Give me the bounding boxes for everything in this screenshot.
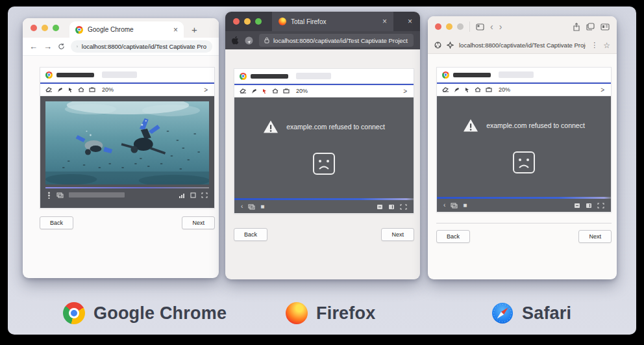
briefcase-icon[interactable]: [486, 87, 492, 92]
traffic-lights[interactable]: [233, 18, 262, 25]
next-button[interactable]: Next: [578, 230, 612, 243]
eraser-tool-icon[interactable]: [45, 87, 53, 92]
copy-tabs-icon[interactable]: [586, 23, 595, 31]
url-text[interactable]: localhost:8800/captivate/id/Test Captiva…: [459, 42, 586, 49]
stop-icon[interactable]: ■: [260, 203, 264, 210]
close-icon[interactable]: ×: [408, 17, 412, 26]
chrome-brand-label: Google Chrome: [93, 303, 227, 324]
stop-icon[interactable]: ■: [463, 202, 467, 209]
fullscreen-icon[interactable]: [201, 192, 208, 198]
close-window-button[interactable]: [233, 18, 240, 25]
warning-icon: [263, 120, 279, 134]
error-message: example.com refused to connect: [286, 123, 385, 131]
home-icon[interactable]: [78, 87, 84, 92]
error-stage: example.com refused to connect ‹ ■: [437, 96, 611, 212]
captivate-toolbar: 20% >: [234, 84, 414, 97]
captivate-player-card: 20% > example.com refused to connect: [436, 67, 612, 212]
bookmark-star-icon[interactable]: ☆: [603, 41, 610, 50]
sidebar-icon[interactable]: [476, 23, 484, 31]
briefcase-icon[interactable]: [89, 87, 95, 92]
tab-close-icon[interactable]: ×: [173, 26, 178, 34]
traffic-lights[interactable]: [31, 25, 59, 31]
fullscreen-icon[interactable]: [400, 204, 407, 210]
player-next-chevron-icon[interactable]: >: [601, 86, 604, 94]
safari-brand-label: Safari: [522, 303, 571, 324]
zoom-window-button[interactable]: [457, 23, 464, 30]
minimize-window-button[interactable]: [446, 23, 452, 30]
back-icon[interactable]: ←: [29, 42, 38, 51]
layers-icon[interactable]: [56, 192, 64, 198]
forward-icon[interactable]: →: [43, 42, 52, 51]
minimize-window-button[interactable]: [42, 25, 48, 31]
traffic-lights[interactable]: [435, 23, 464, 30]
record-tool-icon[interactable]: [262, 88, 267, 94]
more-options-icon[interactable]: ⋮: [591, 41, 598, 49]
url-text: localhost:8800/captivate/id/Test Captiva…: [82, 43, 206, 50]
reload-icon[interactable]: [58, 43, 65, 50]
apple-menu-icon[interactable]: [232, 36, 239, 45]
zoom-level-label: 20%: [499, 86, 510, 93]
back-icon[interactable]: ‹: [490, 22, 493, 31]
mute-icon[interactable]: [388, 204, 395, 210]
new-tab-button[interactable]: +: [192, 25, 197, 34]
next-button[interactable]: Next: [381, 228, 414, 241]
eraser-tool-icon[interactable]: [442, 87, 449, 92]
eraser-tool-icon[interactable]: [240, 88, 247, 94]
forward-icon[interactable]: ›: [499, 22, 502, 31]
volume-icon[interactable]: [179, 192, 185, 198]
refused-to-connect-error: example.com refused to connect: [437, 96, 611, 175]
captions-icon[interactable]: [377, 204, 383, 210]
chrome-titlebar: Google Chrome × +: [23, 18, 219, 38]
chrome-tab[interactable]: Google Chrome ×: [69, 21, 184, 38]
captivate-nav-row: Back Next: [436, 230, 612, 243]
sad-face-icon: [311, 151, 337, 177]
firefox-tab[interactable]: Total Firefox ×: [272, 12, 393, 31]
captions-icon[interactable]: [574, 203, 580, 209]
player-next-chevron-icon[interactable]: >: [204, 86, 208, 94]
mute-icon[interactable]: [586, 203, 592, 209]
layers-icon[interactable]: [451, 203, 458, 209]
close-window-button[interactable]: [31, 25, 37, 31]
tab-close-icon[interactable]: ×: [382, 18, 387, 25]
safari-page-content: 20% > example.com refused to connect: [428, 54, 617, 279]
tab-title: Total Firefox: [291, 18, 378, 25]
minimize-window-button[interactable]: [244, 18, 251, 25]
profile-icon[interactable]: [245, 36, 253, 45]
extension-aperture-icon[interactable]: [434, 42, 441, 49]
cursor-tool-icon[interactable]: [68, 87, 73, 93]
back-button[interactable]: Back: [436, 230, 470, 243]
chrome-address-bar[interactable]: localhost:8800/captivate/id/Test Captiva…: [71, 40, 212, 53]
player-next-chevron-icon[interactable]: >: [403, 88, 407, 95]
captivate-header: [437, 68, 611, 83]
screenshot-frame: Google Chrome × + ← → localhost:8800/cap…: [8, 6, 636, 335]
prev-icon[interactable]: ‹: [443, 202, 445, 209]
captivate-title-blur: [251, 74, 288, 79]
share-icon[interactable]: [573, 23, 580, 31]
zoom-window-button[interactable]: [53, 25, 59, 31]
home-icon[interactable]: [475, 87, 481, 92]
safari-titlebar: ‹ ›: [428, 16, 617, 37]
pen-tool-icon[interactable]: [454, 87, 460, 93]
layers-icon[interactable]: [248, 204, 255, 210]
pen-tool-icon[interactable]: [57, 87, 63, 93]
firefox-address-bar[interactable]: localhost:8080/captivate/id/Test Captiva…: [259, 34, 414, 47]
back-button[interactable]: Back: [234, 228, 267, 241]
briefcase-icon[interactable]: [283, 88, 290, 94]
next-button[interactable]: Next: [182, 216, 215, 229]
tab-overview-icon[interactable]: [601, 23, 610, 31]
fullscreen-icon[interactable]: [597, 203, 604, 209]
seek-track[interactable]: [69, 192, 125, 198]
extension-spark-icon[interactable]: [447, 42, 454, 49]
pen-tool-icon[interactable]: [251, 88, 257, 94]
close-window-button[interactable]: [435, 23, 441, 30]
back-button[interactable]: Back: [40, 216, 73, 229]
cursor-tool-icon[interactable]: [464, 87, 470, 93]
zoom-window-button[interactable]: [255, 18, 262, 25]
captivate-logo-icon: [442, 71, 449, 79]
home-icon[interactable]: [272, 88, 279, 94]
captivate-nav-row: Back Next: [40, 216, 215, 229]
captivate-logo-icon: [45, 71, 53, 79]
cc-icon[interactable]: [190, 192, 196, 198]
prev-icon[interactable]: ‹: [241, 203, 243, 210]
menu-dots-icon[interactable]: [47, 192, 51, 199]
